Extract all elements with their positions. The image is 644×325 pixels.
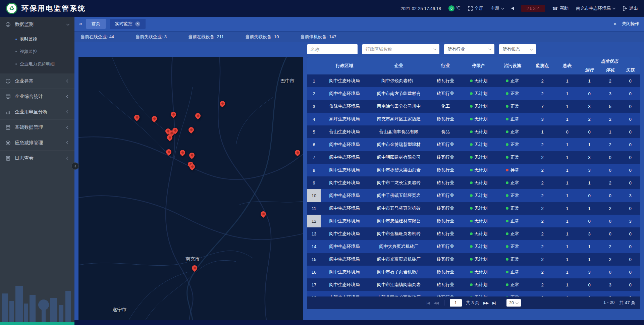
announcement-prev-button[interactable]: [511, 7, 514, 10]
region-filter-value: 行政区域名称: [366, 46, 392, 52]
name-filter[interactable]: [307, 44, 358, 54]
production-status: 无计划: [470, 103, 488, 109]
table-row[interactable]: 7阆中生态环境局阆中明阳建材有限公司砖瓦行业无计划正常21300: [307, 151, 640, 164]
sidebar-item-6[interactable]: 日志查看: [0, 151, 74, 166]
fullscreen-icon: [468, 6, 473, 11]
table-row[interactable]: 5营山生态环境局营山县润丰食品有限食品无计划正常10010: [307, 125, 640, 138]
status-dot-icon: [506, 245, 508, 248]
cell-facility: 正常: [496, 215, 529, 227]
industry-filter-select[interactable]: 所有行业: [444, 44, 494, 54]
cell-industry: 砖瓦行业: [429, 278, 462, 291]
production-status: 无计划: [470, 269, 488, 275]
table-row[interactable]: 3仪陇生态环境局西南油气田分公司川中化工无计划正常71350: [307, 100, 640, 113]
tab-home[interactable]: 首页: [86, 19, 106, 29]
status-dot-icon: [470, 258, 473, 261]
cell-meters: 1: [555, 202, 579, 215]
last-page-button[interactable]: ▶|: [492, 301, 495, 305]
table-row[interactable]: 1阆中生态环境局阆中强锐页岩砖厂砖瓦行业无计划正常21120: [307, 74, 640, 87]
cell-run: 3: [579, 266, 600, 278]
map-collapse-button[interactable]: [71, 162, 79, 170]
cell-points: 1: [529, 125, 555, 138]
table-row[interactable]: 17阆中生态环境局阆中市江南镇阆南页岩砖瓦行业无计划正常21030: [307, 278, 640, 291]
cell-company: 阆中市金福旺页岩机砖: [368, 227, 429, 240]
cell-company: 阆中市南方节能建材有: [368, 87, 429, 100]
theme-dropdown[interactable]: 主题: [491, 5, 504, 11]
sidebar-item-0[interactable]: 数据监测: [0, 17, 74, 32]
cell-region: 南部生态环境局: [321, 291, 368, 296]
close-operations-button[interactable]: 关闭操作: [622, 21, 639, 27]
cell-region: 阆中生态环境局: [321, 176, 368, 189]
row-index: 13: [307, 227, 321, 240]
header-stop: 停机: [600, 66, 621, 74]
status-dot-icon: [470, 194, 473, 197]
stat-value: 147: [329, 34, 336, 39]
status-dot-icon: [506, 181, 508, 184]
sidebar-item-3[interactable]: 企业用电量分析: [0, 104, 74, 120]
table-row[interactable]: 9阆中生态环境局阆中市二龙长宝页岩砖砖瓦行业无计划正常21120: [307, 176, 640, 189]
cell-facility: 正常: [496, 227, 529, 240]
cell-company: 阆中市石子页岩机砖厂: [368, 266, 429, 278]
status-text: 正常: [511, 218, 519, 224]
cell-region: 阆中生态环境局: [321, 202, 368, 215]
status-dot-icon: [470, 105, 473, 108]
first-page-button[interactable]: |◀: [426, 301, 429, 305]
tabs-scroll-left-icon[interactable]: «: [79, 21, 82, 26]
table-row[interactable]: 8阆中生态环境局阆中市枣碧大梁山页岩砖瓦行业无计划异常21300: [307, 164, 640, 176]
sidebar-item-1[interactable]: 企业异常: [0, 73, 74, 89]
status-text: 正常: [511, 256, 519, 262]
cell-industry: 砖瓦行业: [429, 266, 462, 278]
sidebar-item-5[interactable]: 应急减排管理: [0, 135, 74, 151]
facility-status: 正常: [506, 154, 519, 160]
status-dot-icon: [470, 143, 473, 146]
table-row[interactable]: 6阆中生态环境局阆中市金博瑞新型墙材砖瓦行业无计划正常21120: [307, 138, 640, 151]
next-page-button[interactable]: ▶▶: [483, 301, 488, 305]
table-row[interactable]: 18南部生态环境局南部县双峰乡页岩砖厂砖瓦行业无计划正常21030: [307, 291, 640, 296]
right-column: 行政区域名称 所有行业 所有状态: [307, 44, 640, 320]
close-icon[interactable]: ✕: [135, 21, 140, 26]
logout-button[interactable]: 退出: [623, 5, 638, 11]
table-row[interactable]: 14阆中生态环境局阆中大兴页岩机砖厂砖瓦行业无计划正常21120: [307, 240, 640, 253]
map-roads-decoration: [78, 57, 303, 320]
table-row[interactable]: 15阆中生态环境局阆中市光富页岩机砖厂砖瓦行业无计划正常21120: [307, 253, 640, 266]
tab-realtime-monitor[interactable]: 实时监控 ✕: [110, 19, 146, 29]
sidebar-subitem[interactable]: 企业电力负荷明细: [0, 58, 74, 70]
cell-lost: 0: [621, 151, 640, 164]
cell-run: 3: [579, 164, 600, 176]
cell-region: 阆中生态环境局: [321, 253, 368, 266]
status-text: 正常: [511, 142, 519, 148]
cell-meters: 1: [555, 266, 579, 278]
header-lost: 失联: [621, 66, 640, 74]
table-row[interactable]: 16阆中生态环境局阆中市石子页岩机砖厂砖瓦行业无计划正常21300: [307, 266, 640, 278]
page-number-input[interactable]: 1: [450, 299, 462, 307]
cell-points: 2: [529, 278, 555, 291]
page-size-select[interactable]: 20: [506, 299, 521, 307]
fullscreen-button[interactable]: 全屏: [468, 5, 483, 11]
help-button[interactable]: ☎ 帮助: [552, 5, 569, 11]
header-production: 停限产: [462, 57, 496, 74]
sidebar-item-4[interactable]: 基础数据管理: [0, 120, 74, 135]
sidebar-subitem[interactable]: 实时监控: [0, 33, 74, 45]
sidebar-item-2[interactable]: 企业综合统计: [0, 89, 74, 104]
org-dropdown[interactable]: 南充市生态环境局: [576, 5, 615, 11]
sidebar-subitem[interactable]: 视频监控: [0, 45, 74, 58]
table-row[interactable]: 11阆中生态环境局阆中市五马桥页岩机砖砖瓦行业无计划正常21120: [307, 202, 640, 215]
table-row[interactable]: 4高坪生态环境局南充市高坪区王家店建砖瓦行业无计划正常31220: [307, 113, 640, 125]
map-panel[interactable]: 巴中市南充市遂宁市: [78, 57, 303, 320]
table-row[interactable]: 12阆中生态环境局阆中市忠信建材有限公砖瓦行业无计划正常21003: [307, 215, 640, 227]
prev-page-button[interactable]: ◀◀: [434, 301, 439, 305]
region-filter-select[interactable]: 行政区域名称: [362, 44, 439, 54]
name-filter-input[interactable]: [311, 47, 354, 52]
table-row[interactable]: 13阆中生态环境局阆中市金福旺页岩机砖砖瓦行业无计划正常21300: [307, 227, 640, 240]
cell-industry: 砖瓦行业: [429, 291, 462, 296]
cell-company: 西南油气田分公司川中: [368, 100, 429, 113]
table-row[interactable]: 10阆中生态环境局阆中千佛镇五郎垭页岩砖瓦行业无计划正常21003: [307, 189, 640, 202]
cell-industry: 砖瓦行业: [429, 74, 462, 87]
status-dot-icon: [470, 207, 473, 210]
cell-run: 2: [579, 113, 600, 125]
stat-value: 44: [109, 34, 114, 39]
table-row[interactable]: 2阆中生态环境局阆中市南方节能建材有砖瓦行业无计划正常21030: [307, 87, 640, 100]
chevron-left-icon: [66, 141, 70, 145]
status-filter-select[interactable]: 所有状态: [499, 44, 536, 54]
tabs-scroll-right-icon[interactable]: »: [613, 21, 616, 26]
cell-company: 阆中市枣碧大梁山页岩: [368, 164, 429, 176]
